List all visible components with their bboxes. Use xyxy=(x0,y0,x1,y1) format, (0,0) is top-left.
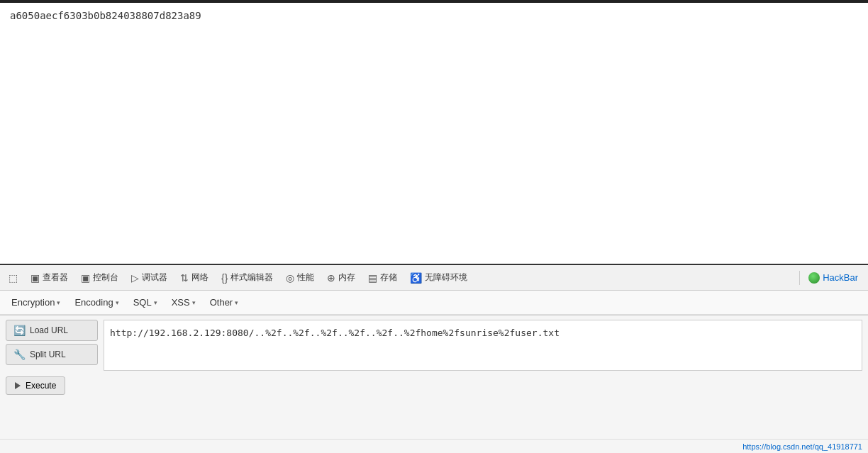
other-arrow: ▾ xyxy=(235,299,238,306)
toolbar-row: Encryption ▾ Encoding ▾ SQL ▾ XSS ▾ Othe… xyxy=(0,291,868,315)
memory-icon: ⊕ xyxy=(327,272,335,284)
devtools-debugger[interactable]: ▷ 调试器 xyxy=(126,269,173,286)
pick-icon: ⬚ xyxy=(9,272,18,284)
load-url-button[interactable]: 🔄 Load URL xyxy=(6,320,98,341)
devtools-bar: ⬚ ▣ 查看器 ▣ 控制台 ▷ 调试器 ⇅ 网络 {} 样式编辑器 ◎ 性能 ⊕… xyxy=(0,264,868,291)
devtools-network[interactable]: ⇅ 网络 xyxy=(174,269,214,286)
storage-icon: ▤ xyxy=(368,272,377,284)
devtools-performance[interactable]: ◎ 性能 xyxy=(280,269,320,286)
hackbar-section: HackBar xyxy=(798,269,865,286)
devtools-console[interactable]: ▣ 控制台 xyxy=(75,269,124,286)
bottom-panel: 🔄 Load URL 🔧 Split URL http://192.168.2.… xyxy=(0,315,868,439)
split-url-icon: 🔧 xyxy=(13,349,26,360)
hackbar-dot-icon xyxy=(808,272,820,284)
devtools-inspector[interactable]: ▣ 查看器 xyxy=(25,269,74,286)
debugger-label: 调试器 xyxy=(142,272,167,284)
style-editor-label: 样式编辑器 xyxy=(230,272,273,284)
encoding-label: Encoding xyxy=(74,297,113,308)
devtools-accessibility[interactable]: ♿ 无障碍环境 xyxy=(404,269,473,286)
split-url-button[interactable]: 🔧 Split URL xyxy=(6,344,98,365)
other-menu[interactable]: Other ▾ xyxy=(204,294,245,311)
xss-menu[interactable]: XSS ▾ xyxy=(166,294,201,311)
other-label: Other xyxy=(210,297,233,308)
console-label: 控制台 xyxy=(93,272,118,284)
load-url-label: Load URL xyxy=(30,325,68,335)
hackbar-tab[interactable]: HackBar xyxy=(801,269,865,286)
accessibility-icon: ♿ xyxy=(410,272,422,284)
url-input-area: http://192.168.2.129:8080/..%2f..%2f..%2… xyxy=(104,320,862,371)
style-editor-icon: {} xyxy=(221,272,228,284)
inspector-label: 查看器 xyxy=(43,272,68,284)
execute-label: Execute xyxy=(26,381,56,391)
status-url: https://blog.csdn.net/qq_41918771 xyxy=(742,442,862,451)
accessibility-label: 无障碍环境 xyxy=(425,272,467,284)
sql-label: SQL xyxy=(133,297,152,308)
debugger-icon: ▷ xyxy=(131,272,139,284)
load-url-icon: 🔄 xyxy=(13,325,26,336)
inspector-icon: ▣ xyxy=(30,272,40,284)
storage-label: 存储 xyxy=(380,272,397,284)
devtools-memory[interactable]: ⊕ 内存 xyxy=(321,269,361,286)
encryption-label: Encryption xyxy=(11,297,55,308)
main-content: a6050aecf6303b0b824038807d823a89 xyxy=(0,3,868,264)
xss-arrow: ▾ xyxy=(192,299,196,306)
execute-button[interactable]: Execute xyxy=(6,376,65,395)
devtools-pick[interactable]: ⬚ xyxy=(3,269,23,286)
console-icon: ▣ xyxy=(81,272,90,284)
encryption-menu[interactable]: Encryption ▾ xyxy=(6,294,66,311)
separator xyxy=(799,271,800,285)
url-input[interactable]: http://192.168.2.129:8080/..%2f..%2f..%2… xyxy=(104,320,862,371)
encoding-arrow: ▾ xyxy=(116,299,119,306)
encryption-arrow: ▾ xyxy=(57,299,60,306)
encoding-menu[interactable]: Encoding ▾ xyxy=(69,294,124,311)
execute-row: Execute xyxy=(6,376,862,395)
url-row: 🔄 Load URL 🔧 Split URL http://192.168.2.… xyxy=(6,320,862,371)
devtools-storage[interactable]: ▤ 存储 xyxy=(362,269,403,286)
network-label: 网络 xyxy=(191,272,208,284)
sql-arrow: ▾ xyxy=(154,299,157,306)
performance-icon: ◎ xyxy=(286,272,294,284)
play-icon xyxy=(15,382,21,389)
sql-menu[interactable]: SQL ▾ xyxy=(128,294,163,311)
side-buttons: 🔄 Load URL 🔧 Split URL xyxy=(6,320,98,365)
hash-display: a6050aecf6303b0b824038807d823a89 xyxy=(10,10,201,21)
status-bar: https://blog.csdn.net/qq_41918771 xyxy=(0,439,868,453)
performance-label: 性能 xyxy=(297,272,314,284)
devtools-style-editor[interactable]: {} 样式编辑器 xyxy=(216,269,279,286)
split-url-label: Split URL xyxy=(30,349,66,359)
hackbar-label: HackBar xyxy=(823,272,858,283)
xss-label: XSS xyxy=(172,297,190,308)
network-icon: ⇅ xyxy=(180,272,189,284)
memory-label: 内存 xyxy=(338,272,355,284)
